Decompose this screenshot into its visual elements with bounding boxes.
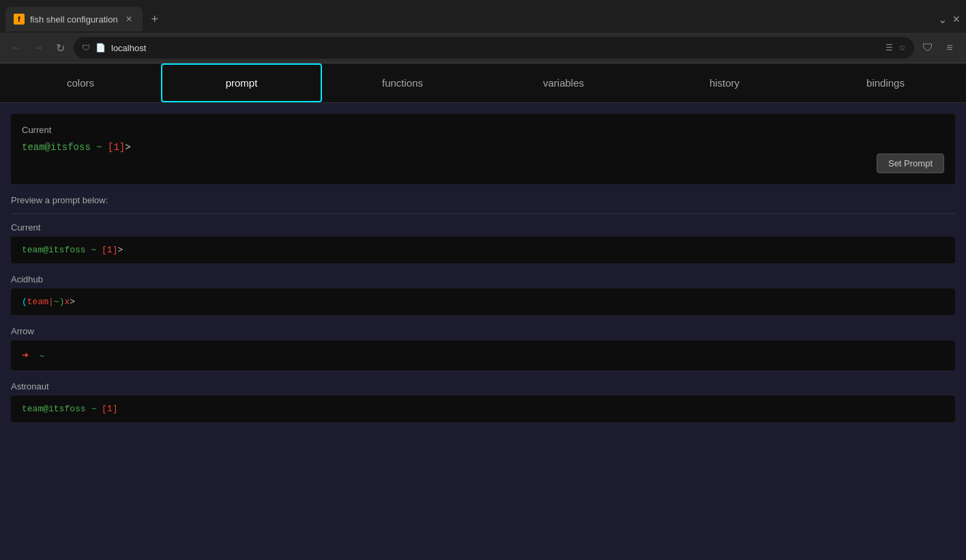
tab-prompt[interactable]: prompt <box>161 63 322 102</box>
prompt-tilde: ~ <box>96 142 108 153</box>
prompt-box-astronaut: team@itsfoss ~ [1] <box>11 396 955 422</box>
acidhub-team: team <box>27 297 48 307</box>
main-content: colors prompt functions variables histor… <box>0 63 966 560</box>
prompt-bracket-close: ] <box>119 142 125 153</box>
acidhub-pipe: | <box>48 297 54 307</box>
tab-variables[interactable]: variables <box>483 63 644 102</box>
arrow-tilde: ~ <box>39 351 44 362</box>
acidhub-gt: > <box>70 297 75 307</box>
current-preview-tilde: ~ <box>91 245 102 255</box>
content-area: Current team@itsfoss ~ [1]> Set Prompt P… <box>0 103 966 444</box>
url-bar[interactable]: 🛡 📄 localhost ☰ ☆ <box>74 37 914 59</box>
current-prompt-section: Current team@itsfoss ~ [1]> Set Prompt <box>11 114 955 184</box>
astro-number: 1 <box>107 404 113 414</box>
prompt-box-arrow: ➜ ~ <box>11 340 955 370</box>
prompt-item-current: Current team@itsfoss ~ [1]> <box>11 222 955 263</box>
star-icon: ☆ <box>898 43 906 53</box>
tab-bar: f fish shell configuration ✕ + ⌄ ✕ <box>0 0 966 33</box>
prompt-user: team@itsfoss <box>22 142 91 153</box>
current-label: Current <box>22 125 944 135</box>
acidhub-tilde: ~ <box>54 297 59 307</box>
address-bar: ← → ↻ 🛡 📄 localhost ☰ ☆ 🛡 ≡ <box>0 33 966 63</box>
astro-user: team@itsfoss <box>22 404 86 414</box>
astro-bracket-open: [ <box>102 404 107 414</box>
new-tab-button[interactable]: + <box>145 10 164 29</box>
url-text: localhost <box>111 43 880 53</box>
menu-button[interactable]: ≡ <box>941 40 958 56</box>
preview-label: Preview a prompt below: <box>11 195 955 205</box>
astro-tilde: ~ <box>91 404 102 414</box>
back-button[interactable]: ← <box>8 40 25 56</box>
shield-icon[interactable]: 🛡 <box>920 40 936 56</box>
prompt-title-arrow: Arrow <box>11 326 955 336</box>
arrow-right-icon: ➜ <box>22 350 29 362</box>
forward-button[interactable]: → <box>30 40 46 56</box>
divider <box>11 213 955 214</box>
browser-chrome: f fish shell configuration ✕ + ⌄ ✕ ← → ↻… <box>0 0 966 63</box>
tab-favicon: f <box>14 14 25 25</box>
bookmark-list-icon: ☰ <box>886 43 893 53</box>
prompt-number: 1 <box>113 142 119 153</box>
astro-bracket-close: ] <box>113 404 118 414</box>
prompt-arrow: > <box>125 142 130 153</box>
current-preview-arrow: > <box>117 245 123 255</box>
current-preview-number: 1 <box>107 245 113 255</box>
current-prompt-display: team@itsfoss ~ [1]> <box>22 142 944 153</box>
toolbar-icons: 🛡 ≡ <box>920 40 958 56</box>
browser-close-button[interactable]: ✕ <box>952 14 961 25</box>
tab-functions[interactable]: functions <box>322 63 483 102</box>
current-preview-user: team@itsfoss <box>22 245 86 255</box>
tab-overflow-button[interactable]: ⌄ <box>938 13 947 26</box>
page-icon: 📄 <box>96 43 106 53</box>
prompt-title-astronaut: Astronaut <box>11 381 955 392</box>
active-tab[interactable]: f fish shell configuration ✕ <box>5 7 143 31</box>
tab-close-button[interactable]: ✕ <box>123 14 134 25</box>
preview-section: Preview a prompt below: Current team@its… <box>11 195 955 422</box>
prompt-item-astronaut: Astronaut team@itsfoss ~ [1] <box>11 381 955 422</box>
refresh-button[interactable]: ↻ <box>52 40 68 56</box>
set-prompt-button[interactable]: Set Prompt <box>877 153 944 173</box>
current-preview-bracket-open: [ <box>102 245 107 255</box>
prompt-box-acidhub: (team|~)x> <box>11 289 955 315</box>
nav-tabs: colors prompt functions variables histor… <box>0 63 966 103</box>
prompt-box-current: team@itsfoss ~ [1]> <box>11 237 955 263</box>
security-icon: 🛡 <box>82 43 90 53</box>
prompt-item-arrow: Arrow ➜ ~ <box>11 326 955 370</box>
tab-history[interactable]: history <box>644 63 805 102</box>
prompt-item-acidhub: Acidhub (team|~)x> <box>11 274 955 315</box>
tab-title: fish shell configuration <box>30 14 118 25</box>
acidhub-bracket-open: ( <box>22 297 27 307</box>
prompt-title-acidhub: Acidhub <box>11 274 955 284</box>
tab-bindings[interactable]: bindings <box>805 63 966 102</box>
prompt-title-current: Current <box>11 222 955 233</box>
tab-colors[interactable]: colors <box>0 63 161 102</box>
